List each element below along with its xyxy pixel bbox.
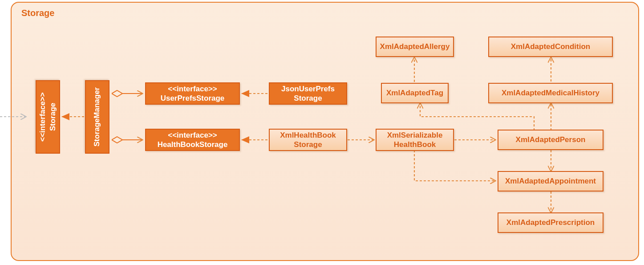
class-healthbook-interface: <<interface>> HealthBookStorage bbox=[145, 129, 240, 151]
class-name-label: UserPrefsStorage bbox=[161, 94, 225, 103]
class-name-line2: Storage bbox=[294, 94, 322, 103]
class-xml-healthbook-storage: XmlHealthBook Storage bbox=[269, 129, 347, 151]
diagram-canvas: Storage bbox=[0, 0, 644, 265]
class-name-line2: Storage bbox=[294, 140, 322, 149]
class-name-line2: HealthBook bbox=[394, 140, 436, 149]
class-json-userprefs-storage: JsonUserPrefs Storage bbox=[269, 82, 347, 105]
class-xml-adapted-appointment: XmlAdaptedAppointment bbox=[498, 171, 603, 192]
class-xml-adapted-medical-history: XmlAdaptedMedicalHistory bbox=[488, 83, 613, 103]
class-name-label: XmlAdaptedPerson bbox=[516, 135, 586, 144]
class-xml-serializable-healthbook: XmlSerializable HealthBook bbox=[376, 129, 454, 151]
stereotype-label: <<interface>> bbox=[38, 92, 48, 142]
class-storage-interface: <<interface>> Storage bbox=[36, 80, 60, 154]
class-name-label: XmlAdaptedAllergy bbox=[380, 42, 450, 51]
class-name-label: XmlAdaptedTag bbox=[386, 88, 443, 98]
class-name-label: XmlAdaptedAppointment bbox=[505, 176, 596, 186]
class-name-label: XmlAdaptedPrescription bbox=[506, 218, 595, 227]
class-xml-adapted-prescription: XmlAdaptedPrescription bbox=[498, 212, 603, 233]
class-name-label: StorageManager bbox=[92, 87, 102, 147]
class-xml-adapted-condition: XmlAdaptedCondition bbox=[488, 37, 613, 57]
class-userprefs-interface: <<interface>> UserPrefsStorage bbox=[145, 82, 240, 105]
class-xml-adapted-allergy: XmlAdaptedAllergy bbox=[376, 37, 454, 57]
class-name-label: XmlAdaptedCondition bbox=[511, 42, 590, 51]
class-xml-adapted-tag: XmlAdaptedTag bbox=[381, 83, 449, 103]
class-xml-adapted-person: XmlAdaptedPerson bbox=[498, 130, 603, 150]
class-name-line1: JsonUserPrefs bbox=[281, 84, 335, 94]
class-name-label: Storage bbox=[48, 103, 58, 131]
class-name-line1: XmlHealthBook bbox=[280, 130, 336, 140]
stereotype-label: <<interface>> bbox=[168, 84, 217, 94]
class-storage-manager: StorageManager bbox=[85, 80, 109, 154]
class-name-label: HealthBookStorage bbox=[158, 140, 228, 149]
class-name-line1: XmlSerializable bbox=[387, 130, 443, 140]
stereotype-label: <<interface>> bbox=[168, 130, 217, 140]
package-title: Storage bbox=[21, 8, 54, 18]
class-name-label: XmlAdaptedMedicalHistory bbox=[502, 88, 599, 98]
